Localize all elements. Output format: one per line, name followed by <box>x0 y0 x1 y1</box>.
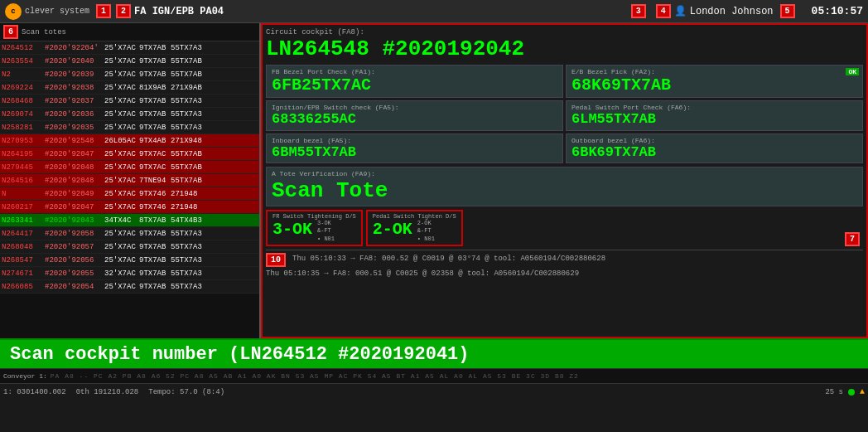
row-id: N264512 <box>2 44 45 52</box>
row-col3: 9TX7AB <box>139 124 171 132</box>
row-col4: 54TX4B3 <box>171 216 205 225</box>
scan-table: N264512 #2020'92204' 25'X7AC 9TX7AB 55TX… <box>0 41 259 338</box>
row-id: N268468 <box>2 97 45 105</box>
row-col4: 55TX7AB <box>171 150 205 158</box>
row-col3: 9TX7AB <box>139 283 171 291</box>
row-col3: 9TX746 <box>139 190 171 198</box>
status-left-main: 3-OK <box>272 220 312 239</box>
row-id: N274671 <box>2 269 45 278</box>
status-right-label: Pedal Switch Tighten D/S <box>373 213 456 220</box>
ignition-label: Ignition/EPB Switch check (FA5): <box>272 104 557 111</box>
row-col3: 8TX7AB <box>139 216 171 225</box>
row-col2: 25'X7AC <box>104 230 139 238</box>
row-col2: 25'X7AC <box>104 150 139 158</box>
row-col4: 55TX7A3 <box>171 243 205 251</box>
table-row: N266085 #2020'92054 25'X7AC 9TX7AB 55TX7… <box>0 280 259 294</box>
bottom-scan-bar[interactable]: Scan cockpit number (LN264512 #202019204… <box>0 338 868 368</box>
row-col3: 9TX7AB <box>139 230 171 238</box>
outboard-value: 6BK69TX7AB <box>571 145 857 161</box>
logo-text: clever system <box>25 7 89 16</box>
ok-badge: OK <box>846 68 859 75</box>
table-row: N268547 #2020'92056 25'X7AC 9TX7AB 55TX7… <box>0 254 259 267</box>
row-hash: #2020'92037 <box>45 97 104 105</box>
row-hash: #2020'92204' <box>45 44 104 52</box>
row-col2: 25'X7AC <box>104 243 139 251</box>
row-id: N269224 <box>2 84 45 92</box>
table-row: N264195 #2020'92047 25'X7AC 9TX7AC 55TX7… <box>0 148 259 161</box>
row-hash: #2020'92038 <box>45 84 104 92</box>
row-col4: 271948 <box>171 203 205 211</box>
row-col2: 25'X7AC <box>104 177 139 185</box>
table-row: N268048 #2020'92057 25'X7AC 9TX7AB 55TX7… <box>0 240 259 254</box>
inboard-label: Inboard bezel (FA5): <box>272 137 557 144</box>
fb-bezel-label: FB Bezel Port Check (FA1): <box>272 68 557 75</box>
row-col2: 25'X7AC <box>104 163 139 172</box>
badge-7: 7 <box>845 232 860 246</box>
user-icon: 👤 <box>674 5 687 17</box>
arrow-up-icon: ▲ <box>860 387 865 396</box>
status-right-area: 25 s ▲ <box>825 387 865 396</box>
row-id: N263554 <box>2 57 45 66</box>
row-col3: 7TNE94 <box>139 177 171 185</box>
status-right-sub2: &-FT <box>417 227 435 235</box>
row-col4: 55TX7A3 <box>171 256 205 265</box>
row-col4: 55TX7A3 <box>171 124 205 132</box>
table-row: N263341 #2020'92043 34TX4C 8TX7AB 54TX4B… <box>0 214 259 227</box>
row-col3: 9TX7AC <box>139 150 171 158</box>
left-panel-label: Scan totes <box>22 28 66 36</box>
conveyor-bits: PA A8 -- PC A2 PB A8 A6 52 PC A8 A5 AB A… <box>51 372 579 380</box>
table-row: N270953 #2020'92548 26L05AC 9TX4AB 271X9… <box>0 134 259 148</box>
row-col3: 9TX7AC <box>139 163 171 172</box>
row-id: N264195 <box>2 150 45 158</box>
badge-3: 3 <box>631 4 646 18</box>
eb-bezel-label: E/B Bezel Pick (FA2): <box>571 68 857 75</box>
fb-bezel-value: 6FB25TX7AC <box>272 76 557 95</box>
row-col3: 9TX7AB <box>139 269 171 278</box>
check-grid: FB Bezel Port Check (FA1): 6FB25TX7AC E/… <box>266 65 863 163</box>
bottom-scan-text: Scan cockpit number (LN264512 #202019204… <box>10 344 470 365</box>
status-left: FR Switch Tightening D/S 3-OK 3-OK &-FT … <box>266 210 363 245</box>
status-right-sub3: • N01 <box>417 235 435 243</box>
inboard-check: Inboard bezel (FA5): 6BM55TX7AB <box>266 133 563 164</box>
row-hash: #2020'92048 <box>45 163 104 172</box>
badge-6: 6 <box>3 25 18 39</box>
ignition-check: Ignition/EPB Switch check (FA5): 6833625… <box>266 100 563 131</box>
row-hash: #2020'92039 <box>45 70 104 79</box>
row-col3: 9TX7AB <box>139 44 171 52</box>
row-col3: 9TX746 <box>139 203 171 211</box>
station-title: FA IGN/EPB PA04 <box>134 6 631 17</box>
pedal-label: Pedal Switch Port Check (FA6): <box>571 104 857 111</box>
row-hash: #2020'92057 <box>45 243 104 251</box>
row-hash: #2020'92049 <box>45 190 104 198</box>
conveyor-bar: Conveyor 1: PA A8 -- PC A2 PB A8 A6 52 P… <box>0 368 868 383</box>
badge-1: 1 <box>96 4 111 18</box>
row-col3: 9TX7AB <box>139 57 171 66</box>
row-col4: 55TX7A3 <box>171 283 205 291</box>
status-right-main: 2-OK <box>373 220 412 239</box>
row-hash: #2020'92047 <box>45 203 104 211</box>
status-right: Pedal Switch Tighten D/S 2-OK 2-OK &-FT … <box>366 210 463 245</box>
row-id: N264516 <box>2 177 45 185</box>
row-id: N268547 <box>2 256 45 265</box>
row-id: N2 <box>2 70 45 79</box>
row-col3: 9TX7AB <box>139 70 171 79</box>
table-row: N264512 #2020'92204' 25'X7AC 9TX7AB 55TX… <box>0 41 259 55</box>
pedal-value: 6LM55TX7AB <box>571 112 857 128</box>
row-hash: #2020'92043 <box>45 216 104 225</box>
tote-box: A Tote Verification (FA9): Scan Tote <box>266 167 863 206</box>
row-col4: 55TX7A3 <box>171 269 205 278</box>
badge-2: 2 <box>116 4 131 18</box>
row-col4: 55TX7A3 <box>171 97 205 105</box>
row-col2: 25'X7AC <box>104 190 139 198</box>
inboard-value: 6BM55TX7AB <box>272 145 557 161</box>
cockpit-id: LN264548 #2020192042 <box>266 38 863 60</box>
row-col2: 25'X7AC <box>104 283 139 291</box>
eb-bezel-value: 68K69TX7AB <box>571 76 857 95</box>
status-bar: 1: 0301400.002 0th 191210.028 Tempo: 57.… <box>0 383 868 400</box>
row-id: N270953 <box>2 137 45 145</box>
row-col2: 25'X7AC <box>104 124 139 132</box>
badge-10: 10 <box>266 253 286 267</box>
row-hash: #2020'92035 <box>45 124 104 132</box>
row-col2: 25'X7AC <box>104 203 139 211</box>
row-id: N279445 <box>2 163 45 172</box>
